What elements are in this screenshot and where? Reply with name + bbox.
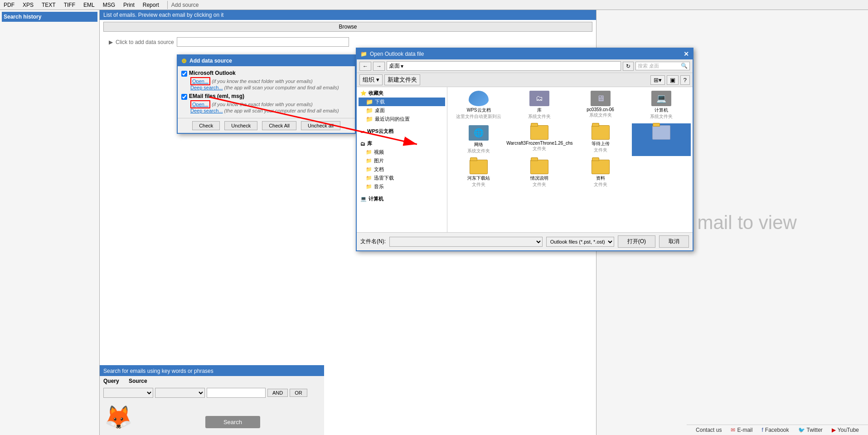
add-source-icon: ⊕	[181, 57, 187, 64]
file-data[interactable]: 资料文件夹	[571, 158, 630, 190]
hedong-folder-icon	[470, 160, 488, 174]
tree-images[interactable]: 📁 图片	[359, 156, 445, 165]
query-label: Query	[103, 378, 126, 384]
add-source-dialog-content: Microsoft Outlook Open... (if you know t…	[178, 66, 355, 118]
search-icon: 🔍	[681, 63, 688, 69]
music-icon: 📁	[366, 184, 372, 190]
tree-desktop[interactable]: 📁 桌面	[359, 106, 445, 115]
video-icon: 📁	[366, 149, 372, 155]
file-pending-label: 等待上传文件夹	[592, 141, 610, 153]
file-selected-folder[interactable]	[632, 123, 691, 156]
twitter-link[interactable]: Twitter	[807, 427, 823, 433]
file-warcraft-label: Warcraft3FrozenThrone1.26_chs文件夹	[506, 141, 572, 152]
data-folder-icon	[592, 160, 610, 174]
facebook-link[interactable]: Facebook	[765, 427, 789, 433]
outlook-open-link[interactable]: Open...	[190, 77, 210, 85]
menu-msg[interactable]: MSG	[101, 1, 117, 9]
tree-library[interactable]: 🗂 库	[359, 139, 445, 148]
tree-folder-icon-1: 📁	[366, 98, 373, 105]
add-source-title-text: Add data source	[189, 58, 232, 64]
tree-favorites[interactable]: ⭐ 收藏夹	[359, 89, 445, 98]
refresh-button[interactable]: ↻	[623, 62, 634, 71]
query-input[interactable]	[207, 388, 266, 398]
file-hedong[interactable]: 河东下载站文件夹	[449, 158, 508, 190]
facebook-social: f Facebook	[761, 427, 789, 433]
star-icon: ⭐	[360, 90, 367, 96]
file-wps-label: WPS云文档这里文件自动更新到云	[456, 107, 501, 120]
file-library[interactable]: 🗂 库系统文件夹	[510, 89, 569, 122]
email-open-link[interactable]: Open...	[190, 100, 210, 108]
file-hedong-label: 河东下载站文件夹	[467, 175, 490, 188]
email-link[interactable]: E-mail	[737, 427, 752, 433]
menu-print[interactable]: Print	[121, 1, 136, 9]
check-button[interactable]: Check	[192, 121, 220, 130]
tree-music[interactable]: 📁 音乐	[359, 182, 445, 191]
open-outlook-dialog: 📁 Open Outlook data file ✕ ← → 桌面 ▾ ↻ 搜索…	[356, 48, 693, 251]
tree-download[interactable]: 📁 下载	[359, 98, 445, 106]
file-computer[interactable]: 💻 计算机系统文件夹	[632, 89, 691, 122]
outlook-nav-bar: ← → 桌面 ▾ ↻ 搜索 桌面 🔍	[357, 59, 693, 73]
new-folder-button[interactable]: 新建文件夹	[384, 74, 420, 85]
query-select-1[interactable]	[103, 388, 153, 398]
file-pc0359[interactable]: 🖥 pc0359.cn-06系统文件夹	[571, 89, 630, 122]
file-pending-upload[interactable]: 等待上传文件夹	[571, 123, 630, 156]
menu-xps[interactable]: XPS	[21, 1, 35, 9]
menu-report[interactable]: Report	[141, 1, 161, 9]
preview-pane-button[interactable]: ▣	[667, 75, 679, 85]
search-placeholder: 搜索 桌面	[638, 63, 659, 68]
email-icon: ✉	[731, 427, 735, 433]
outlook-open-note: (if you know the exact folder with your …	[212, 78, 313, 84]
and-button[interactable]: AND	[267, 389, 288, 397]
organize-button[interactable]: 组织 ▾	[359, 74, 383, 85]
file-situation[interactable]: 情况说明文件夹	[510, 158, 569, 190]
email-files-item: EMail files (eml, msg)	[181, 93, 351, 100]
menu-pdf[interactable]: PDF	[2, 1, 16, 9]
search-button[interactable]: Search	[205, 416, 260, 428]
outlook-deep-link[interactable]: Deep search...	[190, 85, 223, 90]
forward-button[interactable]: →	[373, 62, 385, 71]
uncheck-all-button[interactable]: Uncheck all	[301, 121, 340, 130]
query-select-2[interactable]	[155, 388, 205, 398]
tree-computer[interactable]: 💻 计算机	[359, 195, 445, 203]
sidebar: Search history	[0, 10, 100, 435]
outlook-body: ⭐ 收藏夹 📁 下载 📁 桌面 📁 最近访问的位置 ☁ WPS云文档 🗂 库 📁…	[357, 87, 693, 232]
outlook-search-bar[interactable]: 搜索 桌面 🔍	[635, 62, 690, 70]
file-network[interactable]: 🌐 网络系统文件夹	[449, 123, 508, 156]
tree-separator-3	[359, 191, 445, 195]
library-icon: 🗂	[360, 141, 365, 147]
back-button[interactable]: ←	[359, 62, 371, 71]
file-wps-cloud[interactable]: WPS云文档这里文件自动更新到云	[449, 89, 508, 122]
email-deep-note: (the app will scan your computer and fin…	[224, 108, 339, 113]
add-source-dialog-title: ⊕ Add data source	[178, 55, 355, 66]
menu-text[interactable]: TEXT	[40, 1, 58, 9]
youtube-link[interactable]: YouTube	[838, 427, 859, 433]
open-file-button[interactable]: 打开(O)	[618, 235, 655, 248]
tree-wps[interactable]: ☁ WPS云文档	[359, 127, 445, 136]
check-all-button[interactable]: Check All	[262, 121, 296, 130]
filename-dropdown[interactable]	[389, 237, 543, 247]
menu-tiff[interactable]: TIFF	[62, 1, 77, 9]
breadcrumb-bar[interactable]: 桌面 ▾	[387, 61, 621, 71]
situation-folder-icon	[530, 160, 548, 174]
cancel-button[interactable]: 取消	[659, 235, 689, 248]
view-options-button[interactable]: ⊞▾	[650, 75, 665, 85]
email-open-row: Open... (if you know the exact folder wi…	[181, 102, 351, 107]
menu-eml[interactable]: EML	[82, 1, 97, 9]
add-source-input[interactable]	[177, 37, 349, 47]
email-files-checkbox[interactable]	[181, 94, 187, 100]
browse-button[interactable]: Browse	[103, 22, 592, 32]
file-warcraft[interactable]: Warcraft3FrozenThrone1.26_chs文件夹	[510, 123, 569, 156]
tree-xunlei[interactable]: 📁 迅雷下载	[359, 174, 445, 182]
file-library-label: 库系统文件夹	[528, 107, 551, 120]
or-button[interactable]: OR	[290, 389, 307, 397]
help-button[interactable]: ?	[680, 75, 690, 85]
uncheck-button[interactable]: Uncheck	[224, 121, 257, 130]
filetype-select[interactable]: Outlook files (*.pst, *.ost)	[546, 237, 614, 247]
tree-video[interactable]: 📁 视频	[359, 148, 445, 156]
click-to-add-text: Click to add data source	[116, 39, 174, 45]
tree-docs[interactable]: 📁 文档	[359, 165, 445, 174]
outlook-close-button[interactable]: ✕	[684, 50, 689, 58]
tree-recent[interactable]: 📁 最近访问的位置	[359, 115, 445, 123]
email-deep-link[interactable]: Deep search...	[190, 108, 223, 113]
outlook-checkbox[interactable]	[181, 71, 187, 77]
